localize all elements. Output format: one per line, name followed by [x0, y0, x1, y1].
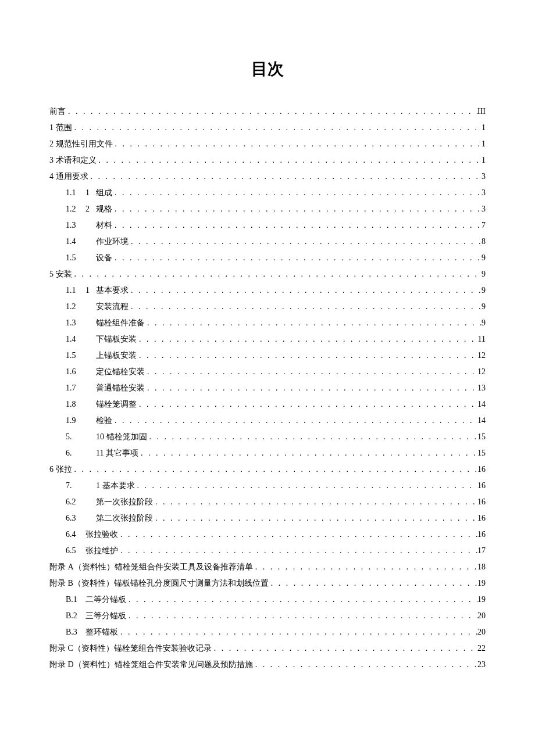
- toc-entry-page: 9: [482, 266, 486, 282]
- toc-entry-number: 1.8: [66, 396, 85, 413]
- toc-entry-label: 1.9检验: [66, 413, 112, 429]
- toc-entry-text: 锚栓组件准备: [96, 318, 145, 327]
- toc-entry-number: 1.5: [66, 347, 85, 364]
- toc-entry: 附录 B（资料性）锚板锚栓孔分度圆尺寸测量方法和划线位置19: [49, 575, 486, 592]
- toc-entry: 1.5上锚板安装12: [49, 347, 486, 364]
- toc-entry: B.3整环锚板20: [49, 624, 486, 640]
- toc-leader-dots: [145, 380, 477, 396]
- toc-entry-text: 张拉验收: [85, 530, 118, 539]
- toc-entry-label: 4 通用要求: [49, 169, 88, 185]
- toc-leader-dots: [118, 624, 477, 640]
- toc-entry: 1.3锚栓组件准备9: [49, 315, 486, 331]
- toc-entry-label: 1.22规格: [66, 201, 112, 217]
- toc-entry-page: 7: [482, 217, 486, 234]
- toc-entry-text: 基本要求: [96, 286, 129, 295]
- toc-entry: 7.1 基本要求16: [49, 478, 486, 494]
- toc-entry-page: 16: [477, 478, 486, 494]
- toc-entry-subnumber: 1: [85, 282, 96, 299]
- toc-entry-number: 6.5: [66, 543, 85, 559]
- toc-entry-page: 3: [482, 169, 486, 185]
- toc-leader-dots: [126, 608, 477, 624]
- toc-leader-dots: [253, 657, 477, 673]
- toc-entry-label: 1.11基本要求: [66, 282, 129, 299]
- toc-entry-number: 1.9: [66, 413, 85, 429]
- toc-entry-text: 张拉维护: [85, 546, 118, 555]
- toc-entry-page: 16: [477, 510, 486, 526]
- toc-entry: 6.5张拉维护17: [49, 543, 486, 559]
- toc-entry-subnumber: 1: [85, 185, 96, 201]
- toc-entry-number: 1.3: [66, 315, 85, 331]
- toc-entry-text: 规格: [96, 205, 112, 213]
- toc-entry: B.1二等分锚板19: [49, 592, 486, 608]
- toc-entry-number: 1.3: [66, 217, 85, 234]
- toc-leader-dots: [137, 347, 477, 364]
- toc-entry-page: 12: [477, 347, 486, 364]
- toc-entry-label: B.3整环锚板: [66, 624, 118, 640]
- toc-entry-page: 1: [482, 152, 486, 169]
- toc-entry-page: 14: [477, 396, 486, 413]
- toc-leader-dots: [145, 364, 477, 380]
- toc-entry-text: 整环锚板: [85, 628, 118, 636]
- toc-entry-number: 6.3: [66, 510, 85, 526]
- toc-entry-text: 安装流程: [96, 302, 129, 311]
- toc-entry-number: 1.5: [66, 250, 85, 266]
- toc-entry-number: 6.: [66, 445, 85, 461]
- toc-entry-label: 2 规范性引用文件: [49, 136, 113, 152]
- toc-leader-dots: [129, 234, 482, 250]
- toc-entry-number: B.1: [66, 592, 85, 608]
- toc-entry-label: B.2三等分锚板: [66, 608, 126, 624]
- toc-entry-page: 22: [477, 640, 486, 657]
- toc-leader-dots: [253, 559, 477, 575]
- toc-leader-dots: [72, 461, 478, 478]
- toc-entry-number: 1.4: [66, 331, 85, 347]
- toc-entry: 附录 C（资料性）锚栓笼组合件安装验收记录22: [49, 640, 486, 657]
- toc-entry: 6 张拉16: [49, 461, 486, 478]
- toc-entry-text: 材料: [96, 221, 112, 230]
- toc-leader-dots: [138, 445, 477, 461]
- toc-leader-dots: [153, 494, 477, 510]
- toc-entry-page: 23: [477, 657, 486, 673]
- toc-entry: 6.4张拉验收16: [49, 526, 486, 543]
- toc-entry-number: B.2: [66, 608, 85, 624]
- toc-leader-dots: [112, 185, 482, 201]
- toc-leader-dots: [126, 592, 477, 608]
- toc-leader-dots: [113, 136, 482, 152]
- toc-leader-dots: [147, 429, 478, 445]
- toc-entry-label: 1.2安装流程: [66, 299, 129, 315]
- toc-entry-label: 5 安装: [49, 266, 72, 282]
- toc-entry-text: 1 基本要求: [96, 481, 135, 490]
- toc-leader-dots: [66, 103, 477, 120]
- toc-leader-dots: [118, 543, 477, 559]
- toc-leader-dots: [97, 152, 482, 169]
- toc-entry-number: 7.: [66, 478, 85, 494]
- toc-entry-label: 6.2第一次张拉阶段: [66, 494, 153, 510]
- toc-entry: 1.4作业环境8: [49, 234, 486, 250]
- toc-entry-page: 3: [482, 201, 486, 217]
- toc-entry-label: 1.4作业环境: [66, 234, 129, 250]
- toc-entry-text: 上锚板安装: [96, 351, 137, 360]
- toc-entry: 1.3材料7: [49, 217, 486, 234]
- toc-entry-label: 前言: [49, 103, 66, 120]
- toc-entry-number: 6.4: [66, 526, 85, 543]
- toc-entry: 1.8锚栓笼调整14: [49, 396, 486, 413]
- toc-entry: B.2三等分锚板20: [49, 608, 486, 624]
- toc-entry-page: 12: [477, 364, 486, 380]
- toc-entry-label: 1 范围: [49, 120, 72, 136]
- toc-entry: 前言III: [49, 103, 486, 120]
- toc-entry-page: 19: [477, 592, 486, 608]
- toc-entry-page: 15: [477, 445, 486, 461]
- toc-leader-dots: [269, 575, 477, 592]
- toc-entry-page: 19: [477, 575, 486, 592]
- toc-leader-dots: [145, 315, 482, 331]
- toc-entry-number: 1.6: [66, 364, 85, 380]
- toc-entry-page: 16: [477, 461, 486, 478]
- toc-entry: 6.2第一次张拉阶段16: [49, 494, 486, 510]
- toc-entry-label: 6.3第二次张拉阶段: [66, 510, 153, 526]
- toc-entry-label: 1.6定位锚栓安装: [66, 364, 145, 380]
- toc-entry-text: 普通锚栓安装: [96, 384, 145, 392]
- toc-entry-label: 附录 A（资料性）锚栓笼组合件安装工具及设备推荐清单: [49, 559, 253, 575]
- toc-entry: 2 规范性引用文件1: [49, 136, 486, 152]
- toc-entry: 1.11基本要求9: [49, 282, 486, 299]
- toc-entry-label: 1.3锚栓组件准备: [66, 315, 145, 331]
- toc-entry: 1.7普通锚栓安装13: [49, 380, 486, 396]
